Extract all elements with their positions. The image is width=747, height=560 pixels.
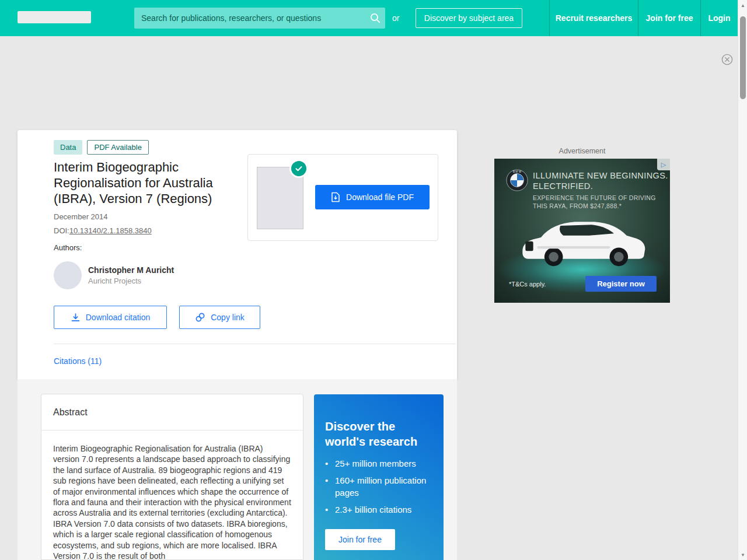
scrollbar-thumb[interactable]	[740, 16, 746, 99]
doi-link[interactable]: 10.13140/2.1.1858.3840	[69, 226, 152, 235]
ad-headline-line2: ELECTRIFIED.	[533, 181, 668, 191]
promo-bullet: 25+ million members	[325, 457, 430, 470]
top-navbar: or Discover by subject area Recruit rese…	[0, 0, 738, 36]
bmw-advertisement[interactable]: ▷ B M W ILLUMINATE NEW BEGINNINGS. ELECT…	[494, 159, 670, 303]
author-avatar[interactable]	[54, 261, 82, 289]
publication-card: Data PDF Available Interim Biogeographic…	[18, 130, 457, 379]
search-icon[interactable]	[365, 12, 385, 24]
svg-text:B M W: B M W	[513, 170, 522, 173]
site-logo[interactable]	[18, 11, 91, 23]
nav-join-for-free[interactable]: Join for free	[638, 0, 700, 36]
abstract-text: Interim Biogeographic Regionalisation fo…	[41, 430, 303, 560]
abstract-heading: Abstract	[41, 394, 303, 430]
author-name[interactable]: Christopher M Auricht	[88, 265, 174, 275]
promo-bullet-list: 25+ million members 160+ million publica…	[325, 457, 430, 520]
close-icon[interactable]	[721, 54, 733, 65]
publication-body-panel: Abstract Interim Biogeographic Regionali…	[18, 379, 457, 560]
search-bar	[134, 8, 385, 29]
promo-bullet: 160+ million publication pages	[325, 474, 430, 499]
researchgate-publication-page: or Discover by subject area Recruit rese…	[0, 0, 747, 560]
adchoices-icon[interactable]: ▷	[657, 159, 670, 170]
copy-link-button[interactable]: Copy link	[179, 306, 260, 329]
navbar-links: Recruit researchers Join for free Login	[549, 0, 738, 36]
promo-bullet: 2.3+ billion citations	[325, 503, 430, 516]
download-icon	[71, 313, 81, 323]
publication-doi: DOI:10.13140/2.1.1858.3840	[54, 226, 152, 235]
link-icon	[195, 312, 205, 323]
pdf-download-panel: Download file PDF	[247, 154, 438, 241]
divider	[54, 344, 456, 344]
authors-label: Authors:	[54, 243, 82, 252]
search-input[interactable]	[134, 13, 365, 23]
citations-link[interactable]: Citations (11)	[54, 356, 102, 366]
nav-recruit-researchers[interactable]: Recruit researchers	[549, 0, 638, 36]
download-file-pdf-label: Download file PDF	[346, 192, 414, 202]
page-scrollbar[interactable]: ▲ ▼	[738, 0, 747, 560]
doi-label: DOI:	[54, 226, 69, 235]
file-download-icon	[331, 192, 340, 202]
ad-subline: EXPERIENCE THE FUTURE OF DRIVING THIS RA…	[533, 194, 656, 210]
advertisement-label: Advertisement	[494, 147, 670, 155]
ad-terms-text: *T&Cs apply.	[509, 281, 546, 288]
publication-date: December 2014	[54, 212, 108, 221]
ad-headline-line1: ILLUMINATE NEW BEGINNINGS.	[533, 170, 668, 181]
nav-login[interactable]: Login	[700, 0, 738, 36]
badge-pdf-available: PDF Available	[87, 140, 148, 155]
download-citation-label: Download citation	[86, 313, 151, 322]
discover-by-subject-button[interactable]: Discover by subject area	[416, 8, 522, 28]
author-affiliation: Auricht Projects	[88, 276, 141, 285]
discover-research-promo: Discover the world's research 25+ millio…	[314, 394, 444, 560]
copy-link-label: Copy link	[211, 313, 245, 322]
scroll-down-arrow[interactable]: ▼	[738, 551, 747, 559]
car-image	[509, 208, 655, 270]
ad-headline: ILLUMINATE NEW BEGINNINGS. ELECTRIFIED.	[533, 170, 668, 191]
join-for-free-button[interactable]: Join for free	[325, 529, 395, 550]
promo-heading: Discover the world's research	[325, 419, 424, 449]
bmw-logo-icon: B M W	[506, 169, 528, 191]
abstract-card: Abstract Interim Biogeographic Regionali…	[41, 394, 303, 560]
publication-title: Interim Biogeographic Regionalisation fo…	[54, 159, 246, 206]
scroll-up-arrow[interactable]: ▲	[738, 1, 747, 9]
or-label: or	[392, 0, 399, 36]
check-circle-icon	[289, 159, 308, 178]
download-citation-button[interactable]: Download citation	[54, 306, 167, 329]
download-file-pdf-button[interactable]: Download file PDF	[315, 185, 430, 209]
register-now-button[interactable]: Register now	[585, 276, 657, 292]
ad-subline-line1: EXPERIENCE THE FUTURE OF DRIVING	[533, 194, 656, 202]
badge-data: Data	[54, 140, 82, 155]
publication-badges: Data PDF Available	[54, 140, 149, 155]
